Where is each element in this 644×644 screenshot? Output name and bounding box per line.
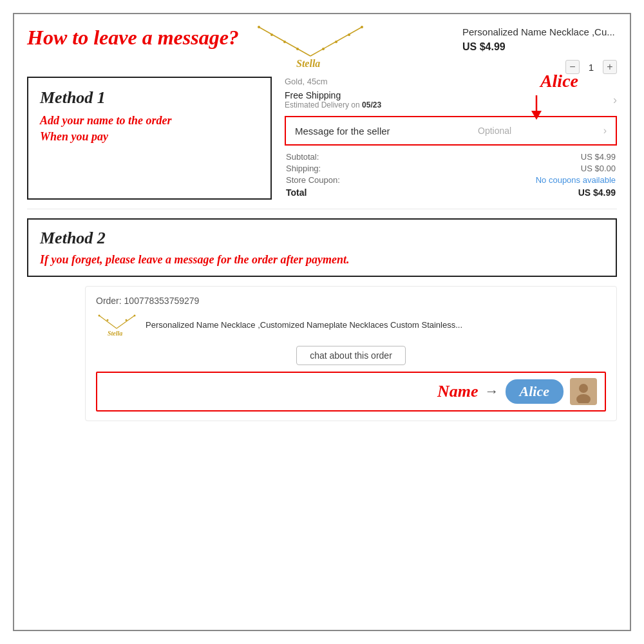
total-row: Total US $4.99	[285, 187, 617, 198]
subtotal-value: US $4.99	[581, 152, 616, 162]
order-details: Gold, 45cm Alice Free Shipping Estimated…	[285, 77, 617, 200]
shipping-cost-label: Shipping:	[286, 164, 321, 173]
svg-point-21	[579, 384, 588, 393]
shipping-chevron-icon: ›	[613, 93, 617, 107]
main-title: How to leave a message?	[27, 26, 239, 50]
method1-title: Method 1	[40, 88, 259, 108]
svg-point-8	[335, 41, 337, 43]
method1-desc-line1: Add your name to the order	[40, 114, 172, 127]
product-info: Personalized Name Necklace ,Cu... US $4.…	[462, 26, 617, 53]
name-label: Name	[437, 382, 478, 401]
order-card: Order: 100778353759279 Stella Personaliz…	[85, 286, 617, 421]
method2-desc: If you forget, please leave a message fo…	[40, 253, 604, 267]
svg-line-13	[99, 316, 117, 328]
subtotal-row: Subtotal: US $4.99	[285, 152, 617, 162]
svg-point-16	[107, 319, 109, 321]
product-name: Personalized Name Necklace ,Cu...	[462, 26, 617, 39]
chat-button-row: chat about this order	[96, 346, 606, 365]
alice-bubble: Alice	[506, 379, 564, 404]
total-value: US $4.99	[578, 187, 616, 198]
delivery-text: Estimated Delivery on 05/23	[285, 100, 613, 109]
chat-about-order-button[interactable]: chat about this order	[296, 346, 406, 365]
delivery-prefix: Estimated Delivery on	[285, 100, 362, 109]
method1-desc: Add your name to the order When you pay	[40, 113, 259, 145]
message-seller-label: Message for the seller	[295, 126, 390, 137]
svg-point-2	[258, 26, 260, 28]
shipping-info: Free Shipping Estimated Delivery on 05/2…	[285, 90, 613, 109]
svg-point-5	[296, 48, 299, 50]
svg-text:Stella: Stella	[108, 330, 122, 337]
coupon-value: No coupons available	[536, 175, 616, 185]
svg-point-7	[348, 33, 350, 36]
method1-box: Method 1 Add your name to the order When…	[27, 77, 272, 200]
order-card-section: Order: 100778353759279 Stella Personaliz…	[14, 277, 630, 428]
svg-point-4	[283, 41, 286, 43]
necklace-top-image: Stella	[252, 21, 394, 85]
subtotal-label: Subtotal:	[286, 152, 319, 162]
method2-box: Method 2 If you forget, please leave a m…	[27, 218, 617, 277]
message-optional-label: Optional	[478, 126, 511, 136]
shipping-row: Free Shipping Estimated Delivery on 05/2…	[285, 90, 617, 109]
shipping-cost-row: Shipping: US $0.00	[285, 164, 617, 173]
section-divider	[27, 209, 617, 209]
coupon-label: Store Coupon:	[286, 175, 340, 185]
alice-annotation: Alice	[540, 71, 578, 91]
outer-container: How to leave a message? Stella	[13, 13, 631, 631]
svg-text:Stella: Stella	[296, 58, 320, 69]
qty-plus-button[interactable]: +	[603, 60, 617, 74]
method2-section: Method 2 If you forget, please leave a m…	[14, 218, 630, 277]
content-split: Method 1 Add your name to the order When…	[14, 77, 630, 200]
coupon-row: Store Coupon: No coupons available	[285, 175, 617, 185]
shipping-cost-value: US $0.00	[581, 164, 616, 173]
delivery-date: 05/23	[362, 100, 381, 109]
order-number: Order: 100778353759279	[96, 296, 606, 306]
avatar	[570, 378, 597, 405]
svg-point-15	[99, 315, 100, 317]
message-chevron-icon: ›	[603, 125, 607, 137]
method2-title: Method 2	[40, 229, 604, 248]
total-label: Total	[286, 187, 307, 198]
name-alice-row: Name → Alice	[96, 372, 606, 412]
svg-line-14	[117, 316, 135, 328]
svg-point-6	[361, 26, 363, 28]
message-seller-box[interactable]: Message for the seller Optional ›	[285, 116, 617, 146]
order-product-image: Stella	[96, 312, 138, 338]
svg-point-3	[270, 33, 273, 36]
order-product-row: Stella Personalized Name Necklace ,Custo…	[96, 312, 606, 338]
order-product-name: Personalized Name Necklace ,Customized N…	[146, 319, 462, 331]
method1-desc-line2: When you pay	[40, 130, 108, 143]
svg-point-18	[126, 319, 128, 321]
arrow-right-icon: →	[485, 383, 499, 400]
svg-point-9	[322, 48, 325, 50]
svg-point-17	[134, 315, 136, 317]
product-price: US $4.99	[462, 41, 617, 53]
shipping-label: Free Shipping	[285, 90, 613, 100]
svg-marker-12	[531, 111, 542, 120]
quantity-value: 1	[585, 62, 598, 73]
top-section: How to leave a message? Stella	[14, 14, 630, 56]
